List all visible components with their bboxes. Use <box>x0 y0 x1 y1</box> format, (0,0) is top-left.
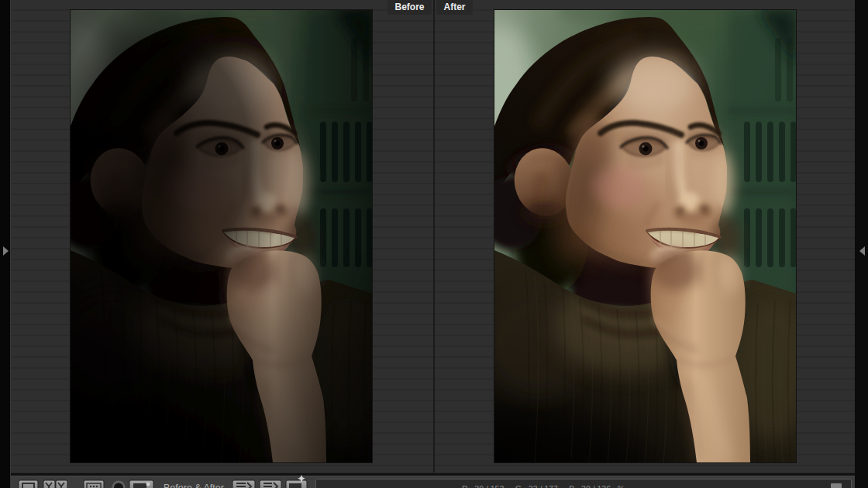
svg-text:Before & After: Before & After <box>164 483 224 488</box>
svg-text:R 39 / 153 G 33 / 177: R 39 / 153 G 33 / 177 B 30 / 136 % <box>462 484 625 488</box>
